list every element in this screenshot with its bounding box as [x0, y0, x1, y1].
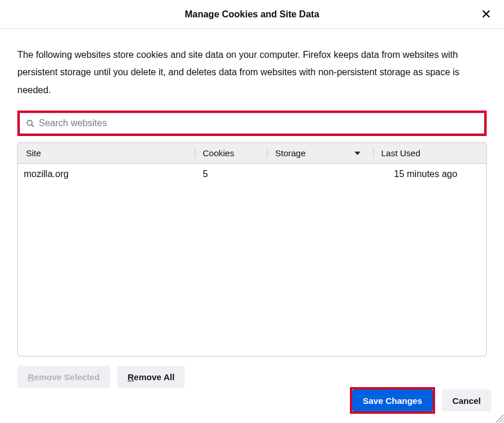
remove-all-button[interactable]: Remove All: [117, 366, 185, 388]
dialog-body: The following websites store cookies and…: [0, 29, 504, 388]
column-header-site[interactable]: Site: [18, 143, 195, 163]
dialog-description: The following websites store cookies and…: [17, 46, 487, 99]
close-icon: ✕: [481, 8, 491, 21]
save-changes-button[interactable]: Save Changes: [352, 389, 433, 411]
svg-line-1: [32, 125, 34, 127]
dialog-title: Manage Cookies and Site Data: [185, 9, 319, 20]
table-header-row: Site Cookies Storage Last Used: [18, 143, 486, 164]
table-row[interactable]: mozilla.org 5 15 minutes ago: [18, 164, 486, 185]
cell-site: mozilla.org: [18, 169, 195, 179]
svg-line-4: [502, 421, 503, 422]
cancel-button[interactable]: Cancel: [442, 389, 491, 411]
save-highlight: Save Changes: [350, 387, 435, 414]
search-highlight: [17, 111, 487, 136]
table-body: mozilla.org 5 15 minutes ago: [18, 164, 486, 185]
cell-cookies: 5: [195, 169, 267, 179]
remove-selected-button[interactable]: Remove Selected: [17, 366, 110, 388]
cell-last-used: 15 minutes ago: [373, 169, 486, 179]
column-header-last-used[interactable]: Last Used: [373, 143, 486, 163]
svg-point-0: [27, 120, 32, 126]
dialog-footer: Save Changes Cancel: [350, 387, 491, 414]
search-input[interactable]: [39, 118, 478, 128]
search-icon: [26, 119, 34, 127]
close-button[interactable]: ✕: [479, 7, 494, 22]
column-header-cookies[interactable]: Cookies: [195, 143, 267, 163]
sites-table: Site Cookies Storage Last Used mozilla.o…: [17, 142, 487, 356]
column-header-storage[interactable]: Storage: [267, 143, 373, 163]
resize-grip-icon[interactable]: [494, 413, 504, 423]
remove-buttons-row: Remove Selected Remove All: [17, 366, 487, 388]
dialog-header: Manage Cookies and Site Data ✕: [0, 0, 504, 29]
sort-desc-icon: [355, 152, 360, 155]
search-field-container: [20, 113, 484, 134]
